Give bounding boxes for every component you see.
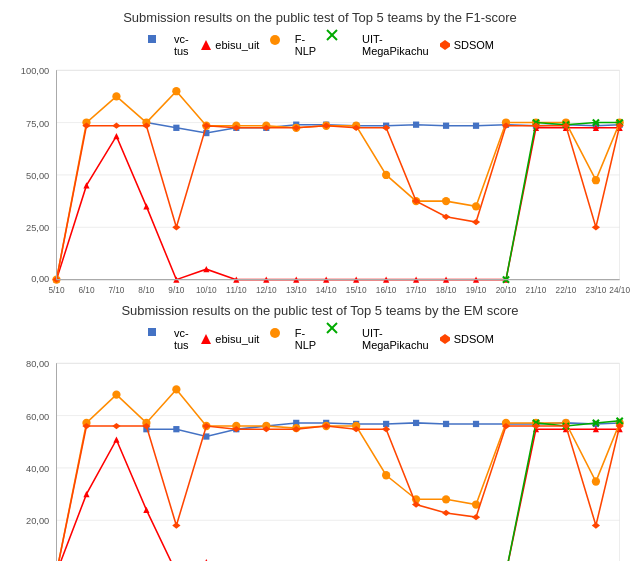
svg-text:7/10: 7/10 <box>108 285 124 295</box>
svg-rect-46 <box>413 121 419 127</box>
svg-text:15/10: 15/10 <box>346 285 367 295</box>
legend-ebisu-label: ebisu_uit <box>215 39 259 51</box>
svg-text:8/10: 8/10 <box>138 285 154 295</box>
svg-text:18/10: 18/10 <box>436 285 457 295</box>
svg-point-87 <box>442 197 450 205</box>
legend2-mega-label: UIT-MegaPikachu <box>362 327 429 351</box>
svg-point-85 <box>382 171 390 179</box>
svg-point-218 <box>592 477 600 485</box>
svg-point-78 <box>172 87 180 95</box>
svg-text:6/10: 6/10 <box>78 285 94 295</box>
legend2-ebisu: ebisu_uit <box>200 333 259 345</box>
svg-text:16/10: 16/10 <box>376 285 397 295</box>
legend-vctus: vc-tus <box>146 33 190 58</box>
chart1-svg: 100,00 75,00 50,00 25,00 0,00 5/10 6/10 … <box>10 65 630 295</box>
chart1-section: Submission results on the public test of… <box>10 10 630 295</box>
svg-rect-173 <box>443 421 449 427</box>
legend-sdsom-label: SDSOM <box>454 39 494 51</box>
svg-marker-5 <box>440 40 450 50</box>
svg-text:100,00: 100,00 <box>21 66 49 76</box>
svg-marker-1 <box>201 40 211 50</box>
svg-text:11/10: 11/10 <box>226 285 247 295</box>
svg-point-2 <box>270 35 280 45</box>
mega2-icon <box>326 322 359 355</box>
legend-sdsom: SDSOM <box>439 39 494 51</box>
svg-point-213 <box>442 495 450 503</box>
fnlp2-icon <box>269 327 291 349</box>
legend2-fnlp: F-NLP <box>269 327 316 351</box>
chart1-area: 100,00 75,00 50,00 25,00 0,00 5/10 6/10 … <box>10 65 630 295</box>
legend2-vctus: vc-tus <box>146 326 190 351</box>
svg-text:20/10: 20/10 <box>496 285 517 295</box>
chart2-section: Submission results on the public test of… <box>10 303 630 561</box>
svg-text:60,00: 60,00 <box>26 412 49 422</box>
svg-point-211 <box>382 471 390 479</box>
svg-point-76 <box>112 92 120 100</box>
svg-text:10/10: 10/10 <box>196 285 217 295</box>
chart2-legend: vc-tus ebisu_uit F-NLP UIT-MegaPikachu S… <box>146 322 494 355</box>
chart1-title: Submission results on the public test of… <box>123 10 517 25</box>
svg-text:5/10: 5/10 <box>48 285 64 295</box>
legend2-ebisu-label: ebisu_uit <box>215 333 259 345</box>
svg-rect-132 <box>57 363 620 561</box>
legend-fnlp-label: F-NLP <box>295 33 316 57</box>
svg-text:9/10: 9/10 <box>168 285 184 295</box>
svg-rect-174 <box>473 421 479 427</box>
legend-mega-label: UIT-MegaPikachu <box>362 33 429 57</box>
chart2-svg: 80,00 60,00 40,00 20,00 0,00 5/10 6/10 7… <box>10 358 630 561</box>
legend2-sdsom-label: SDSOM <box>454 333 494 345</box>
svg-text:23/10: 23/10 <box>586 285 607 295</box>
main-container: Submission results on the public test of… <box>0 0 640 561</box>
svg-point-92 <box>592 176 600 184</box>
svg-rect-48 <box>473 122 479 128</box>
fnlp-icon <box>269 34 291 56</box>
legend2-sdsom: SDSOM <box>439 333 494 345</box>
vctus2-icon <box>146 326 171 351</box>
chart1-legend: vc-tus ebisu_uit F-NLP UIT-MegaPikachu S… <box>146 29 494 62</box>
svg-text:40,00: 40,00 <box>26 464 49 474</box>
svg-text:50,00: 50,00 <box>26 171 49 181</box>
ebisu-icon <box>200 39 212 51</box>
svg-text:13/10: 13/10 <box>286 285 307 295</box>
svg-text:19/10: 19/10 <box>466 285 487 295</box>
svg-text:0,00: 0,00 <box>31 273 49 283</box>
legend2-fnlp-label: F-NLP <box>295 327 316 351</box>
svg-text:24/10: 24/10 <box>609 285 630 295</box>
chart2-title: Submission results on the public test of… <box>121 303 518 318</box>
svg-text:22/10: 22/10 <box>556 285 577 295</box>
sdsom2-icon <box>439 333 451 345</box>
svg-rect-126 <box>148 328 156 336</box>
svg-text:21/10: 21/10 <box>526 285 547 295</box>
svg-point-202 <box>112 390 120 398</box>
legend-vctus-label: vc-tus <box>174 33 190 57</box>
chart2-area: 80,00 60,00 40,00 20,00 0,00 5/10 6/10 7… <box>10 358 630 561</box>
svg-marker-127 <box>201 334 211 344</box>
svg-marker-131 <box>440 334 450 344</box>
legend-mega: UIT-MegaPikachu <box>326 29 428 62</box>
svg-text:12/10: 12/10 <box>256 285 277 295</box>
svg-point-128 <box>270 328 280 338</box>
svg-rect-172 <box>413 420 419 426</box>
svg-text:17/10: 17/10 <box>406 285 427 295</box>
sdsom-icon <box>439 39 451 51</box>
svg-rect-164 <box>173 426 179 432</box>
legend-ebisu: ebisu_uit <box>200 39 259 51</box>
svg-rect-38 <box>173 124 179 130</box>
svg-text:20,00: 20,00 <box>26 516 49 526</box>
svg-text:80,00: 80,00 <box>26 359 49 369</box>
svg-text:14/10: 14/10 <box>316 285 337 295</box>
svg-rect-47 <box>443 122 449 128</box>
legend2-mega: UIT-MegaPikachu <box>326 322 428 355</box>
svg-text:25,00: 25,00 <box>26 223 49 233</box>
legend2-vctus-label: vc-tus <box>174 327 190 351</box>
svg-text:75,00: 75,00 <box>26 118 49 128</box>
vctus-icon <box>146 33 171 58</box>
ebisu2-icon <box>200 333 212 345</box>
legend-fnlp: F-NLP <box>269 33 316 57</box>
svg-point-88 <box>472 202 480 210</box>
mega-icon <box>326 29 359 62</box>
svg-point-204 <box>172 385 180 393</box>
svg-rect-0 <box>148 35 156 43</box>
